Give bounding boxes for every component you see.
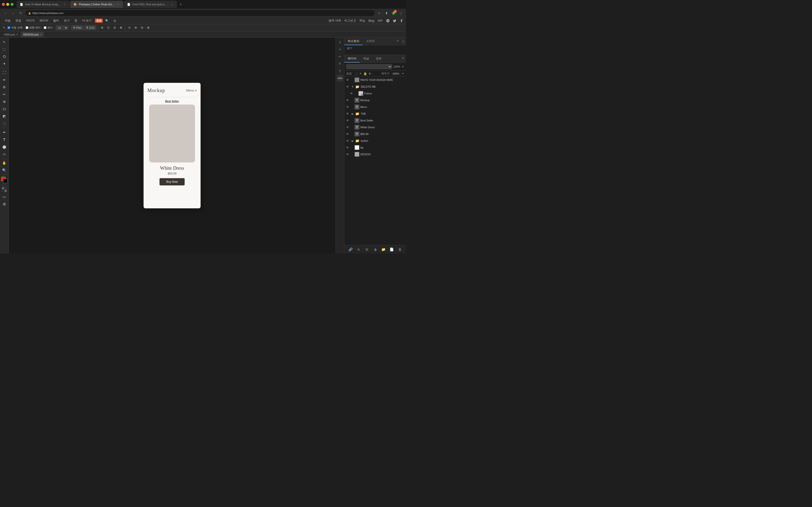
- marquee-tool[interactable]: ⬚: [1, 46, 8, 53]
- menu-button[interactable]: ⋮: [398, 10, 404, 16]
- brush-tool[interactable]: ✏: [1, 91, 8, 98]
- zoom-tool[interactable]: 🔍: [1, 167, 8, 174]
- align-right-button[interactable]: ⊟: [112, 25, 117, 31]
- blend-mode-select[interactable]: 표준: [346, 64, 392, 69]
- shape-tool[interactable]: ▭: [1, 151, 8, 157]
- adjustment-btn[interactable]: ◑: [372, 247, 378, 252]
- layer-vis-white-dress[interactable]: 👁: [344, 124, 351, 131]
- layer-button[interactable]: 👁 ▶ 📁 button: [344, 137, 406, 144]
- delete-layer-btn[interactable]: 🗑: [397, 247, 403, 252]
- brush-rail-icon[interactable]: ✏: [337, 53, 343, 60]
- lock-pixels-icon[interactable]: ⬚: [355, 72, 358, 75]
- move-tool[interactable]: ↖: [1, 39, 8, 45]
- pen-tool[interactable]: ✒: [1, 129, 8, 136]
- fill-arrow[interactable]: ▼: [402, 72, 404, 75]
- gradient-tool[interactable]: ◩: [1, 113, 8, 119]
- layer-expand-delete[interactable]: ▼: [351, 83, 355, 90]
- quick-mask-btn[interactable]: [1, 186, 8, 193]
- tab-photopea[interactable]: 🎨 Photopea | Online Photo Editor ×: [70, 1, 123, 8]
- link-api[interactable]: API: [378, 19, 382, 22]
- export-png-button[interactable]: ⬇ PNG: [71, 25, 83, 30]
- path-tool[interactable]: ⬤: [1, 144, 8, 150]
- download-button[interactable]: ⬇: [384, 10, 389, 16]
- menu-layer[interactable]: 레이어: [37, 18, 51, 23]
- bookmark-button[interactable]: ☆: [376, 10, 382, 16]
- address-bar[interactable]: 🔒 https://www.photopea.com: [26, 10, 374, 16]
- layer-best-seller[interactable]: 👁 T Best Seller: [344, 117, 406, 124]
- blur-tool[interactable]: ◌: [1, 120, 8, 127]
- link-about[interactable]: 앱에 대해: [328, 18, 341, 23]
- history-open-item[interactable]: 열기: [344, 45, 406, 51]
- menu-edit[interactable]: 편집: [13, 18, 24, 23]
- eraser-tool[interactable]: [1, 106, 8, 112]
- reddit-icon[interactable]: [386, 18, 390, 23]
- layer-vis-tab[interactable]: 👁: [344, 110, 351, 117]
- layer-vis-mockup[interactable]: 👁: [344, 97, 351, 104]
- lasso-tool[interactable]: [1, 53, 8, 60]
- zoom-select[interactable]: 1x 2x 0.5x: [56, 25, 68, 30]
- layer-mockup[interactable]: 👁 T Mockup: [344, 97, 406, 104]
- tl-yellow[interactable]: [6, 3, 9, 6]
- layer-tab[interactable]: 👁 ▶ 📁 TAB: [344, 110, 406, 117]
- doc-tab-2390[interactable]: 2390.psd ×: [1, 32, 20, 37]
- reload-button[interactable]: ↻: [18, 10, 24, 16]
- layer-delete-me[interactable]: 👁 ▼ 📁 DELETE ME: [344, 83, 406, 90]
- new-tab-button[interactable]: +: [177, 1, 184, 8]
- paragraph-rail-icon[interactable]: ¶: [337, 68, 343, 74]
- twitter-icon[interactable]: [393, 18, 397, 23]
- text-rail-icon[interactable]: T: [337, 60, 343, 67]
- tab-free-psd[interactable]: 📄 Free PSD | Red and gold phone... ×: [124, 1, 177, 8]
- auto-select-input[interactable]: [7, 26, 10, 29]
- link-blog[interactable]: Blog: [368, 19, 374, 22]
- link-layers-btn[interactable]: 🔗: [348, 247, 353, 252]
- menu-filter[interactable]: 필터: [51, 18, 61, 23]
- new-group-btn[interactable]: 📁: [381, 247, 386, 252]
- white-checkbox[interactable]: 채이: [44, 26, 53, 30]
- distribute-h-button[interactable]: ⊡: [126, 25, 132, 31]
- link-learn[interactable]: 학습: [359, 18, 365, 23]
- clone-tool[interactable]: ⊕: [1, 98, 8, 105]
- tab-close-2[interactable]: ×: [116, 3, 120, 6]
- tab-history[interactable]: 히스토리: [344, 38, 363, 45]
- color-swatches[interactable]: [1, 177, 7, 183]
- magic-wand-tool[interactable]: ✦: [1, 60, 8, 67]
- doc-tab-close-2390[interactable]: ×: [16, 33, 18, 36]
- lock-position-icon[interactable]: ✦: [359, 72, 362, 75]
- collapse-history-btn[interactable]: ⟨⟩: [401, 38, 406, 45]
- layer-vis-paste[interactable]: 👁: [344, 76, 351, 83]
- tab-channels[interactable]: 채널: [360, 55, 372, 62]
- export-svg-button[interactable]: ⬇ SVG: [84, 25, 96, 30]
- layer-vis-bg[interactable]: 👁: [344, 144, 351, 151]
- align-justify-button[interactable]: ⊠: [118, 25, 123, 31]
- facebook-icon[interactable]: [399, 18, 404, 23]
- canvas-area[interactable]: Mockup Menu ≡ Best Seller White Dress $8…: [9, 38, 336, 253]
- buy-now-button[interactable]: Buy Now: [159, 178, 185, 185]
- layer-vis-button[interactable]: 👁: [344, 137, 351, 144]
- layer-vis-design[interactable]: 👁: [344, 151, 351, 158]
- tl-red[interactable]: [2, 3, 5, 6]
- menu-search-icon[interactable]: 🔍: [103, 18, 111, 23]
- tab-paths[interactable]: 경로: [372, 55, 385, 62]
- align-center-button[interactable]: ⊡: [106, 25, 111, 31]
- crop-tool[interactable]: ⛶: [1, 69, 8, 76]
- arrange-button[interactable]: ⊟: [139, 25, 145, 31]
- menu-image[interactable]: 이미지: [24, 18, 37, 23]
- menu-file[interactable]: 파일: [2, 18, 13, 23]
- tab-close-1[interactable]: ×: [63, 3, 66, 6]
- panel-options-icon[interactable]: ≡: [395, 38, 401, 45]
- tab-swatches[interactable]: 스와치: [363, 38, 378, 45]
- lock-all-icon[interactable]: 🔒: [363, 72, 367, 75]
- extra-tool-btn[interactable]: ⊞: [1, 201, 8, 207]
- layer-white-dress[interactable]: 👁 T White Dress: [344, 124, 406, 131]
- link-bug[interactable]: 버그보고: [344, 18, 356, 23]
- back-button[interactable]: ‹: [2, 10, 8, 16]
- menu-fullscreen[interactable]: ⊡: [111, 18, 118, 23]
- more-options-button[interactable]: ⊠: [146, 25, 151, 31]
- menu-window[interactable]: 창: [72, 18, 80, 23]
- tab-layers[interactable]: 레이어: [344, 55, 360, 62]
- layer-vis-best-seller[interactable]: 👁: [344, 117, 351, 124]
- screen-mode-btn[interactable]: ▭: [1, 193, 8, 200]
- info-rail-icon[interactable]: ℹ: [337, 39, 343, 45]
- healing-tool[interactable]: ⚙: [1, 84, 8, 91]
- align-left-button[interactable]: ⊞: [99, 25, 105, 31]
